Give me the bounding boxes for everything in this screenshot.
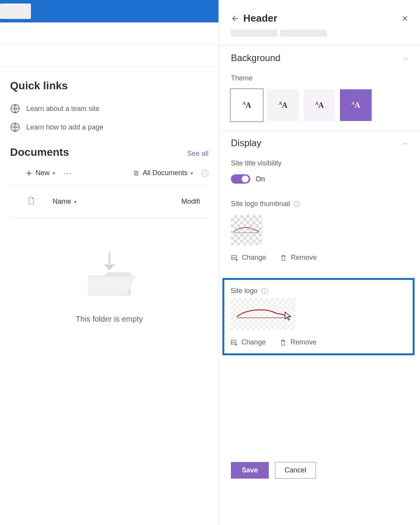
site-logo-label: Site logo	[230, 287, 258, 295]
name-column[interactable]: Name ▾	[53, 198, 181, 206]
theme-label: Theme	[231, 74, 408, 82]
empty-folder-state: This folder is empty	[10, 218, 208, 324]
trash-icon	[280, 339, 287, 346]
documents-toolbar: New ▾ ··· All Documents ▾ i	[10, 169, 208, 186]
topbar-search-box[interactable]	[0, 3, 31, 19]
theme-glyph: AA	[315, 101, 324, 110]
nav-bar	[0, 45, 219, 67]
theme-option-1[interactable]: AA	[231, 89, 263, 121]
globe-icon	[10, 122, 20, 132]
see-all-link[interactable]: See all	[187, 150, 208, 158]
theme-option-4[interactable]: AA	[340, 89, 372, 121]
topbar	[0, 0, 219, 22]
quick-link-label: Learn how to add a page	[26, 123, 103, 131]
chevron-up-icon: ︿	[403, 140, 408, 147]
modified-column[interactable]: Modifi	[181, 198, 208, 206]
image-edit-icon	[230, 339, 237, 346]
info-icon[interactable]: i	[294, 201, 300, 207]
remove-label: Remove	[290, 338, 316, 346]
theme-option-3[interactable]: AA	[304, 89, 335, 121]
background-title: Background	[231, 53, 280, 63]
tab-placeholder	[280, 30, 327, 37]
chevron-down-icon: ▾	[74, 199, 77, 205]
documents-title: Documents	[10, 146, 69, 159]
quick-links-title: Quick links	[10, 80, 208, 92]
info-icon[interactable]: i	[261, 288, 268, 294]
image-edit-icon	[231, 254, 238, 261]
trash-icon	[280, 254, 287, 261]
info-icon[interactable]: i	[201, 170, 208, 177]
new-label: New	[36, 169, 50, 177]
empty-folder-icon	[80, 253, 138, 303]
theme-glyph: AA	[351, 101, 360, 110]
subheader-bar	[0, 22, 219, 45]
more-button[interactable]: ···	[63, 169, 72, 177]
column-header-row: Name ▾ Modifi	[10, 186, 208, 218]
plus-icon	[26, 170, 32, 177]
new-button[interactable]: New ▾	[26, 169, 55, 177]
save-button[interactable]: Save	[231, 462, 269, 479]
remove-thumbnail-button[interactable]: Remove	[280, 254, 317, 262]
panel-title: Header	[243, 12, 396, 24]
view-label: All Documents	[143, 169, 188, 177]
quick-link-item[interactable]: Learn about a team site	[10, 104, 208, 114]
background-section-header[interactable]: Background ︿	[231, 53, 408, 63]
chevron-down-icon: ▾	[191, 170, 193, 176]
file-type-column[interactable]	[10, 196, 53, 207]
quick-link-item[interactable]: Learn how to add a page	[10, 122, 208, 132]
display-section-header[interactable]: Display ︿	[231, 138, 408, 148]
theme-glyph: AA	[278, 101, 287, 110]
logo-preview	[230, 298, 295, 330]
globe-icon	[10, 104, 20, 114]
header-settings-panel: Header ✕ Background ︿ Theme AA AA AA AA …	[219, 0, 420, 525]
site-logo-thumb-label: Site logo thumbnail	[231, 200, 290, 208]
car-logo-icon	[232, 226, 261, 234]
site-title-vis-label: Site title visibility	[231, 159, 408, 167]
chevron-up-icon: ︿	[403, 55, 408, 61]
back-icon[interactable]	[231, 15, 238, 22]
tabs-placeholder	[219, 24, 420, 45]
theme-glyph: AA	[242, 101, 251, 110]
change-label: Change	[242, 254, 266, 262]
change-thumbnail-button[interactable]: Change	[231, 254, 266, 262]
file-icon	[28, 196, 35, 205]
change-logo-button[interactable]: Change	[230, 338, 266, 346]
chevron-down-icon: ▾	[53, 170, 55, 176]
remove-label: Remove	[291, 254, 317, 262]
remove-logo-button[interactable]: Remove	[280, 338, 316, 346]
cancel-button[interactable]: Cancel	[275, 462, 316, 479]
view-selector[interactable]: All Documents ▾	[133, 169, 193, 177]
quick-link-label: Learn about a team site	[26, 105, 99, 113]
logo-thumbnail-preview	[231, 215, 263, 245]
site-logo-highlight: Site logo i Change Remove	[222, 278, 415, 355]
theme-grid: AA AA AA AA	[231, 89, 408, 121]
display-title: Display	[231, 138, 261, 148]
theme-option-2[interactable]: AA	[267, 89, 299, 121]
close-icon[interactable]: ✕	[402, 14, 408, 23]
list-icon	[133, 170, 140, 177]
empty-text: This folder is empty	[76, 315, 143, 324]
toggle-state-label: On	[256, 175, 265, 183]
car-logo-icon	[234, 307, 292, 321]
site-title-toggle[interactable]	[231, 174, 250, 184]
name-label: Name	[53, 198, 71, 206]
tab-placeholder	[231, 30, 277, 37]
change-label: Change	[241, 338, 266, 346]
